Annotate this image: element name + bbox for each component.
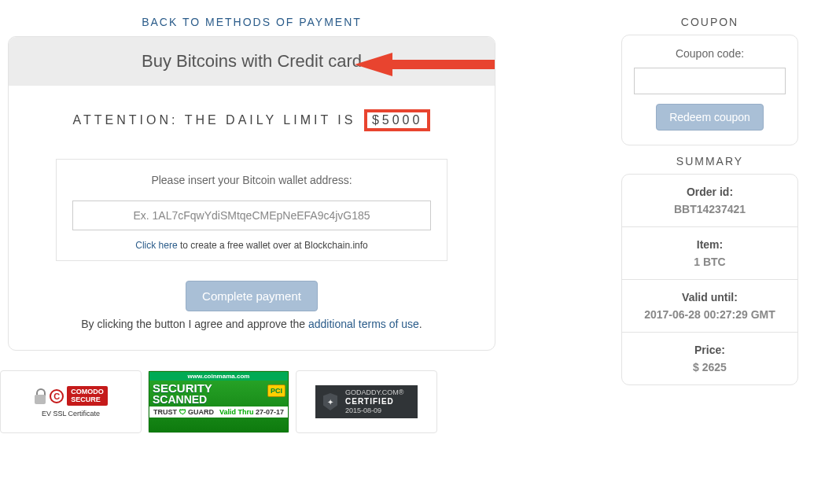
sec-url: www.coinmama.com [149,372,288,381]
terms-link[interactable]: additional terms of use [308,318,419,330]
sec-valid: Valid Thru [219,408,254,416]
create-wallet-link[interactable]: Click here [135,240,177,251]
summary-key: Item: [630,238,790,251]
summary-val: BBT14237421 [630,203,790,215]
summary-key: Order id: [630,186,790,198]
summary-card: Order id: BBT14237421 Item: 1 BTC Valid … [621,174,798,385]
comodo-subtext: EV SSL Certificate [42,410,100,418]
gd-top: GODADDY.COM® [345,388,403,396]
sec-pci: PCI [267,384,285,397]
summary-val: 1 BTC [630,256,790,268]
padlock-icon [34,388,46,404]
gd-date: 2015-08-09 [345,407,381,414]
payment-card: Buy Bitcoins with Credit card ATTENTION:… [8,36,495,351]
attention-amount-highlight: $5000 [364,109,431,131]
summary-key: Price: [630,344,790,356]
summary-row-item: Item: 1 BTC [622,227,797,280]
wallet-hint: Click here to create a free wallet over … [72,240,431,251]
coupon-label: Coupon code: [634,47,786,60]
comodo-badge: C COMODO SECURE EV SSL Certificate [0,370,142,433]
gd-certified: CERTIFIED [345,397,403,407]
attention-text: ATTENTION: THE DAILY LIMIT IS $5000 [73,109,431,131]
complete-payment-button[interactable]: Complete payment [186,281,318,311]
summary-row-price: Price: $ 2625 [622,333,797,384]
back-link[interactable]: BACK TO METHODS OF PAYMENT [8,16,495,28]
wallet-address-input[interactable] [72,200,431,230]
godaddy-badge: ✦ GODADDY.COM® CERTIFIED 2015-08-09 [296,370,437,433]
sec-trust: TRUST [153,408,177,416]
shield-icon: ✦ [323,393,337,410]
summary-row-valid-until: Valid until: 2017-06-28 00:27:29 GMT [622,280,797,333]
security-scanned-badge: www.coinmama.com SECURITY SCANNED PCI TR… [148,370,289,433]
comodo-c-icon: C [50,389,64,403]
summary-key: Valid until: [630,291,790,304]
agree-text: By clicking the button I agree and appro… [40,318,463,330]
summary-val: $ 2625 [630,361,790,373]
wallet-label: Please insert your Bitcoin wallet addres… [72,174,431,186]
sec-guard: GUARD [188,408,214,416]
sec-date: 27-07-17 [256,408,284,416]
summary-val: 2017-06-28 00:27:29 GMT [630,308,790,321]
agree-prefix: By clicking the button I agree and appro… [81,318,308,330]
card-title: Buy Bitcoins with Credit card [9,37,495,86]
attention-prefix: ATTENTION: THE DAILY LIMIT IS [73,113,356,127]
sec-line2: SCANNED [153,394,285,405]
agree-suffix: . [419,318,422,330]
wallet-hint-rest: to create a free wallet over at Blockcha… [178,240,368,251]
coupon-card: Coupon code: Redeem coupon [621,35,798,145]
redeem-coupon-button[interactable]: Redeem coupon [656,104,764,131]
summary-section-title: SUMMARY [621,155,798,167]
summary-row-order-id: Order id: BBT14237421 [622,175,797,227]
trust-badges-row: C COMODO SECURE EV SSL Certificate www.c… [0,370,495,433]
coupon-code-input[interactable] [634,68,786,94]
comodo-secure: SECURE [71,395,101,403]
wallet-box: Please insert your Bitcoin wallet addres… [56,159,447,261]
coupon-section-title: COUPON [621,16,798,28]
